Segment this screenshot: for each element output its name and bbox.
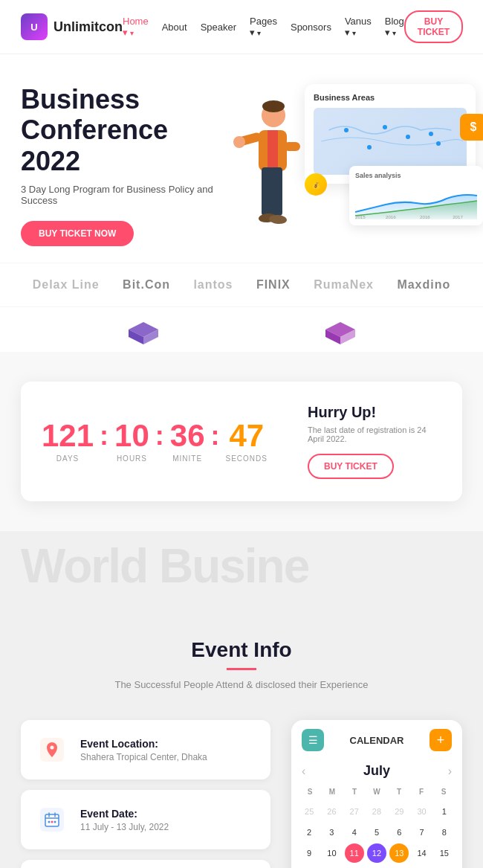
calendar-day-10[interactable]: 10 bbox=[322, 843, 341, 863]
separator-2: : bbox=[155, 420, 164, 451]
svg-point-29 bbox=[54, 821, 56, 823]
calendar-day-9[interactable]: 9 bbox=[299, 843, 319, 863]
hero-title: Business Conference 2022 bbox=[21, 84, 229, 176]
event-location-card: Event Location: Shahera Tropical Center,… bbox=[21, 720, 270, 779]
day-header-tue: T bbox=[343, 785, 366, 799]
logo-icon: U bbox=[21, 13, 48, 40]
section-header: Event Info The Successful People Attend … bbox=[21, 638, 462, 690]
calendar-menu-icon[interactable]: ☰ bbox=[302, 729, 324, 751]
logo[interactable]: U Unlimitcon bbox=[21, 13, 123, 40]
nav-sponsors[interactable]: Sponsors bbox=[291, 22, 331, 33]
countdown-info: Hurry Up! The last date of registration … bbox=[308, 404, 441, 479]
calendar-day-16[interactable]: 16 bbox=[299, 864, 319, 868]
svg-rect-23 bbox=[45, 814, 59, 826]
nav-links: Home ▾ About Speaker Pages ▾ Sponsors Va… bbox=[123, 16, 404, 38]
location-icon bbox=[34, 732, 70, 768]
calendar-day-30[interactable]: 30 bbox=[412, 802, 432, 821]
calendar-day-4[interactable]: 4 bbox=[345, 823, 364, 842]
calendar-day-15[interactable]: 15 bbox=[435, 843, 454, 863]
nav-blog[interactable]: Blog ▾ bbox=[385, 16, 404, 38]
svg-text:2016: 2016 bbox=[386, 215, 396, 219]
calendar-title: CALENDAR bbox=[350, 735, 404, 746]
sponsor-rumanex: RumaNex bbox=[314, 278, 374, 292]
countdown-seconds: 47 SECONDS bbox=[226, 420, 268, 463]
seconds-label: SECONDS bbox=[226, 454, 268, 463]
hero-person-illustration bbox=[223, 99, 305, 255]
calendar-month-label: July bbox=[363, 763, 390, 779]
map-visualization bbox=[314, 108, 467, 175]
calendar-day-6[interactable]: 6 bbox=[389, 823, 409, 842]
svg-text:2016: 2016 bbox=[420, 215, 430, 219]
calendar-day-25[interactable]: 25 bbox=[299, 802, 319, 821]
nav-about[interactable]: About bbox=[162, 22, 187, 33]
sponsor-bitcon: Bit.Con bbox=[123, 278, 170, 292]
countdown-numbers: 121 DAYS : 10 HOURS : 36 MINITE : 47 SEC… bbox=[42, 420, 268, 463]
sponsor-lantos: lantos bbox=[193, 278, 233, 292]
calendar-day-14[interactable]: 14 bbox=[412, 843, 432, 863]
navbar: U Unlimitcon Home ▾ About Speaker Pages … bbox=[0, 0, 483, 54]
hours-number: 10 bbox=[114, 420, 149, 451]
svg-text:2017: 2017 bbox=[453, 215, 463, 219]
calendar-day-21[interactable]: 21 bbox=[412, 864, 432, 868]
calendar-day-29[interactable]: 29 bbox=[389, 802, 409, 821]
hero-section: Business Conference 2022 3 Day Long Prog… bbox=[0, 54, 483, 263]
location-detail: Shahera Tropical Center, Dhaka bbox=[80, 752, 207, 762]
nav-buy-ticket-button[interactable]: BUY TICKET bbox=[404, 10, 463, 43]
sponsor-finix: FINIX bbox=[256, 278, 291, 292]
seconds-number: 47 bbox=[226, 420, 268, 451]
world-text-background: World Busine bbox=[0, 531, 483, 601]
nav-vanus[interactable]: Vanus ▾ bbox=[345, 16, 372, 38]
countdown-card: 121 DAYS : 10 HOURS : 36 MINITE : 47 SEC… bbox=[21, 382, 462, 501]
calendar-day-12[interactable]: 12 bbox=[367, 843, 386, 863]
event-cards: Event Location: Shahera Tropical Center,… bbox=[21, 720, 270, 868]
coin-badge: 💰 bbox=[305, 173, 327, 196]
event-info-grid: Event Location: Shahera Tropical Center,… bbox=[21, 720, 462, 868]
calendar-day-7[interactable]: 7 bbox=[412, 823, 432, 842]
countdown-title: Hurry Up! bbox=[308, 404, 441, 421]
days-number: 121 bbox=[42, 420, 94, 451]
countdown-description: The last date of registration is 24 Apri… bbox=[308, 425, 441, 443]
sponsor-3d-box-left bbox=[125, 315, 162, 344]
nav-pages[interactable]: Pages ▾ bbox=[250, 16, 277, 38]
svg-point-1 bbox=[262, 100, 285, 112]
day-header-fri: F bbox=[410, 785, 432, 799]
dollar-badge: $ bbox=[460, 114, 483, 141]
calendar-day-20[interactable]: 20 bbox=[389, 864, 409, 868]
calendar-day-5[interactable]: 5 bbox=[367, 823, 386, 842]
line-chart: 2015 2016 2016 2017 bbox=[355, 182, 477, 219]
calendar-month-nav: ‹ July › bbox=[291, 760, 462, 785]
nav-speaker[interactable]: Speaker bbox=[201, 22, 236, 33]
hero-buy-button[interactable]: BUY TICKET NOW bbox=[21, 221, 134, 246]
calendar-day-28[interactable]: 28 bbox=[367, 802, 386, 821]
nav-home[interactable]: Home ▾ bbox=[123, 16, 149, 38]
sponsor-3d-box-right bbox=[322, 315, 359, 344]
calendar-prev-button[interactable]: ‹ bbox=[302, 765, 305, 778]
calendar-day-22[interactable]: 22 bbox=[435, 864, 454, 868]
calendar-day-8[interactable]: 8 bbox=[435, 823, 454, 842]
calendar-day-11[interactable]: 11 bbox=[345, 843, 364, 863]
svg-rect-3 bbox=[268, 130, 278, 171]
sales-mini-title: Sales analysis bbox=[355, 172, 477, 179]
calendar-day-26[interactable]: 26 bbox=[322, 802, 341, 821]
calendar-day-2[interactable]: 2 bbox=[299, 823, 319, 842]
calendar-next-button[interactable]: › bbox=[448, 765, 452, 778]
calendar-day-3[interactable]: 3 bbox=[322, 823, 341, 842]
countdown-buy-button[interactable]: BUY TICKET bbox=[308, 454, 394, 479]
calendar-day-13[interactable]: 13 bbox=[389, 843, 409, 863]
day-header-sat: S bbox=[432, 785, 455, 799]
event-date-card: Event Date: 11 July - 13 July, 2022 bbox=[21, 790, 270, 849]
svg-rect-6 bbox=[284, 142, 300, 151]
svg-text:2015: 2015 bbox=[355, 215, 366, 219]
calendar-day-17[interactable]: 17 bbox=[322, 864, 341, 868]
calendar-day-27[interactable]: 27 bbox=[345, 802, 364, 821]
calendar-add-button[interactable]: + bbox=[429, 729, 452, 751]
calendar-day-19[interactable]: 19 bbox=[367, 864, 386, 868]
day-header-sun: S bbox=[299, 785, 321, 799]
logo-text: Unlimitcon bbox=[54, 19, 123, 35]
world-text: World Busine bbox=[0, 539, 483, 594]
calendar-day-1[interactable]: 1 bbox=[435, 802, 454, 821]
hero-subtitle: 3 Day Long Program for Business Policy a… bbox=[21, 184, 229, 206]
calendar-day-18[interactable]: 18 bbox=[345, 864, 364, 868]
countdown-days: 121 DAYS bbox=[42, 420, 94, 463]
calendar-grid: S M T W T F S 25262728293012345678910111… bbox=[291, 785, 462, 868]
